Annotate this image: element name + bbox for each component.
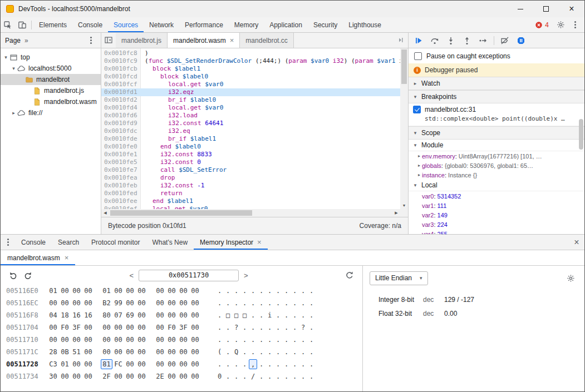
hex-byte[interactable]: 04 [47,310,59,320]
hex-byte[interactable]: 00 [136,371,148,381]
horizontal-scrollbar[interactable]: ◀▶ [101,209,400,217]
ascii-char[interactable]: . [291,335,299,345]
hex-byte[interactable]: 00 [154,322,166,333]
panel-tab-network[interactable]: Network [144,17,179,32]
ascii-char[interactable]: . [240,359,249,369]
ascii-char[interactable]: . [257,371,266,381]
step-into-icon[interactable] [444,33,458,48]
scope-item-env-memory[interactable]: ▸env.memory: Uint8Array(16777216) [101, … [409,151,584,161]
hex-byte[interactable]: 00 [71,298,82,308]
ascii-char[interactable]: . [291,298,299,308]
hex-byte[interactable]: 00 [112,286,124,296]
ascii-char[interactable]: . [240,298,249,308]
hex-byte[interactable]: 07 [112,310,124,320]
ascii-char[interactable]: . [215,335,224,345]
ascii-char[interactable]: . [224,322,232,333]
memory-settings-gear-icon[interactable] [563,271,578,285]
hex-byte[interactable]: 99 [112,298,124,308]
ascii-char[interactable]: . [249,298,257,308]
ascii-char[interactable]: . [274,286,282,296]
ascii-char[interactable]: i [266,310,274,320]
ascii-char[interactable]: . [291,310,299,320]
drawer-tab-search[interactable]: Search [52,235,85,250]
pause-on-caught-checkbox[interactable] [414,52,422,60]
ascii-char[interactable]: . [282,335,291,345]
ascii-char[interactable]: . [307,335,316,345]
hex-byte[interactable]: 00 [178,335,189,345]
hex-byte[interactable]: 00 [82,371,94,381]
scope-section-header[interactable]: ▾ Scope [409,126,584,140]
hex-byte[interactable]: 00 [136,322,148,333]
ascii-char[interactable]: . [224,286,232,296]
hex-row[interactable]: 0051170400F03F000000000000F03F00..?.....… [6,321,362,334]
code-line[interactable]: 0x0010fc9(func $SDL_SetRenderDrawColor (… [101,57,400,65]
hex-byte[interactable]: 00 [124,347,136,357]
drawer-more-icon[interactable] [1,235,15,250]
ascii-char[interactable]: . [215,286,224,296]
ascii-char[interactable]: . [240,347,249,357]
breakpoints-section-header[interactable]: ▾ Breakpoints [409,90,584,103]
pause-on-exceptions-icon[interactable] [514,33,528,48]
hex-byte[interactable]: 00 [112,335,124,345]
code-line[interactable]: 0x0010fdebr_if $label1 [101,135,400,143]
panel-tab-memory[interactable]: Memory [229,17,264,32]
ascii-char[interactable]: . [299,310,307,320]
step-icon[interactable] [476,33,490,48]
breakpoint-checkbox[interactable] [413,106,421,113]
hex-byte[interactable]: 00 [136,298,148,308]
ascii-char[interactable]: . [257,335,266,345]
history-back-icon[interactable] [6,268,21,282]
chevron-right-icon[interactable]: ▸ [416,163,422,168]
scope-item-globals[interactable]: ▸globals: {global0: 5306976, global1: 65… [409,161,584,170]
settings-gear-icon[interactable] [553,18,568,32]
ascii-char[interactable]: . [266,335,274,345]
scope-section-module[interactable]: ▾Module [409,140,584,151]
hex-byte[interactable]: 16 [82,310,94,320]
previous-page-icon[interactable]: < [129,271,134,280]
hex-byte[interactable]: 80 [101,310,112,320]
ascii-char[interactable]: . [307,371,316,381]
ascii-char[interactable]: . [291,286,299,296]
ascii-char[interactable]: . [274,347,282,357]
ascii-char[interactable]: . [257,322,266,333]
hex-byte[interactable]: 00 [178,310,189,320]
close-tab-icon[interactable]: × [257,238,262,246]
hex-byte[interactable]: 00 [124,335,136,345]
panel-tab-sources[interactable]: Sources [108,17,144,32]
hex-byte[interactable]: 00 [82,335,94,345]
hex-byte[interactable]: 00 [136,347,148,357]
hex-byte[interactable]: 00 [112,322,124,333]
hex-byte[interactable]: 00 [124,286,136,296]
code-line[interactable]: 0x0010fcdblock $label0 [101,73,400,81]
hex-byte[interactable]: 51 [71,347,82,357]
hex-byte[interactable]: 00 [82,359,94,369]
navigator-more-icon[interactable] [85,35,96,46]
watch-section-header[interactable]: ▸ Watch [409,77,584,90]
hex-byte[interactable]: 00 [47,335,59,345]
hex-byte[interactable]: 00 [82,286,94,296]
hex-byte[interactable]: 00 [71,335,82,345]
drawer-tab-what-s-new[interactable]: What's New [146,235,194,250]
ascii-char[interactable]: . [282,286,291,296]
ascii-char[interactable]: . [282,322,291,333]
ascii-char[interactable]: ? [232,322,240,333]
ascii-char[interactable]: . [274,335,282,345]
ascii-char[interactable]: . [240,335,249,345]
tree-item-top[interactable]: ▾top [1,52,101,63]
close-tab-icon[interactable]: × [65,254,69,262]
ascii-char[interactable]: . [215,310,224,320]
close-button[interactable]: × [559,1,584,17]
scope-section-local[interactable]: ▾Local [409,180,584,191]
vertical-scrollbar[interactable]: ▼ [400,48,408,209]
ascii-char[interactable]: . [232,286,240,296]
sidebar-scrollbar[interactable] [578,48,584,234]
ascii-char[interactable]: . [307,286,316,296]
hex-byte[interactable]: 00 [166,371,178,381]
ascii-char[interactable]: . [266,298,274,308]
scope-item-var0[interactable]: var0: 5314352 [409,191,584,201]
hex-byte[interactable]: 2E [154,371,166,381]
ascii-char[interactable]: . [249,310,257,320]
hex-byte[interactable]: 00 [71,359,82,369]
ascii-char[interactable]: . [224,335,232,345]
hex-byte[interactable]: 81 [101,359,112,369]
